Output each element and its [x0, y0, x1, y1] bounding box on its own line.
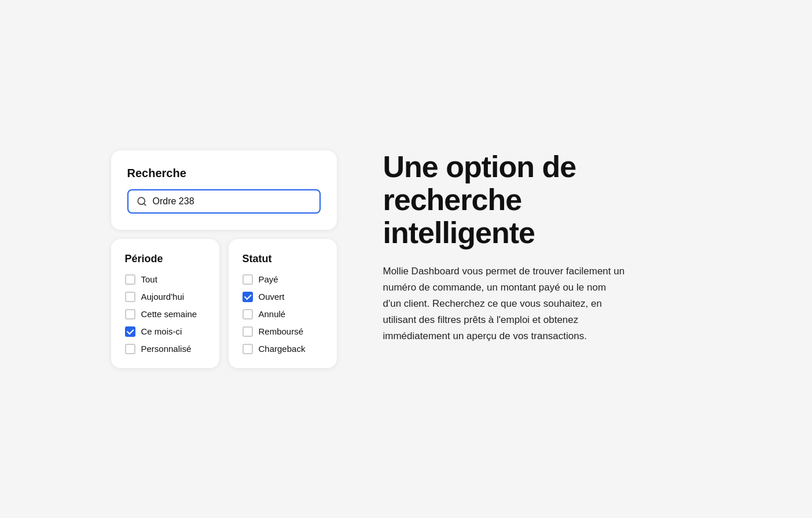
checkbox-cette-semaine[interactable] [125, 309, 135, 319]
statut-checkbox-list: Payé Ouvert Annulé Remboursé [243, 274, 323, 354]
checkbox-ouvert-label: Ouvert [259, 292, 285, 302]
checkbox-cette-semaine-label: Cette semaine [141, 309, 197, 319]
list-item[interactable]: Payé [243, 274, 323, 285]
checkbox-chargeback[interactable] [243, 344, 253, 354]
checkbox-ce-mois-ci-label: Ce mois-ci [141, 326, 182, 336]
checkbox-tout[interactable] [125, 274, 135, 285]
left-panel: Recherche Période Tout [111, 150, 337, 368]
search-input[interactable] [153, 196, 311, 207]
svg-line-1 [144, 203, 145, 205]
list-item[interactable]: Annulé [243, 309, 323, 319]
list-item[interactable]: Ouvert [243, 292, 323, 302]
list-item[interactable]: Chargeback [243, 344, 323, 354]
periode-card: Période Tout Aujourd'hui Cette semaine [111, 239, 219, 368]
checkbox-tout-label: Tout [141, 274, 157, 284]
list-item[interactable]: Ce mois-ci [125, 326, 205, 337]
checkbox-paye-label: Payé [259, 274, 278, 284]
periode-checkbox-list: Tout Aujourd'hui Cette semaine Ce mois-c… [125, 274, 205, 354]
checkbox-rembourse[interactable] [243, 326, 253, 337]
statut-title: Statut [243, 253, 323, 265]
statut-card: Statut Payé Ouvert Annulé [229, 239, 337, 368]
list-item[interactable]: Personnalisé [125, 344, 205, 354]
search-label: Recherche [127, 167, 321, 180]
checkbox-ouvert[interactable] [243, 292, 253, 302]
list-item[interactable]: Cette semaine [125, 309, 205, 319]
checkbox-aujourdhui[interactable] [125, 292, 135, 302]
checkbox-ce-mois-ci[interactable] [125, 326, 135, 337]
list-item[interactable]: Aujourd'hui [125, 292, 205, 302]
checkbox-personnalise-label: Personnalisé [141, 344, 192, 354]
checkbox-personnalise[interactable] [125, 344, 135, 354]
right-panel: Une option de recherche intelligente Mol… [383, 150, 626, 345]
checkbox-annule[interactable] [243, 309, 253, 319]
checkbox-chargeback-label: Chargeback [259, 344, 306, 354]
search-input-wrapper[interactable] [127, 189, 321, 214]
main-container: Recherche Période Tout [88, 127, 725, 391]
search-icon [137, 196, 147, 207]
filters-row: Période Tout Aujourd'hui Cette semaine [111, 239, 337, 368]
search-card: Recherche [111, 150, 337, 230]
periode-title: Période [125, 253, 205, 265]
checkbox-annule-label: Annulé [259, 309, 286, 319]
checkbox-rembourse-label: Remboursé [259, 326, 304, 336]
promo-headline: Une option de recherche intelligente [383, 150, 626, 250]
list-item[interactable]: Tout [125, 274, 205, 285]
checkbox-paye[interactable] [243, 274, 253, 285]
checkbox-aujourdhui-label: Aujourd'hui [141, 292, 185, 302]
promo-description: Mollie Dashboard vous permet de trouver … [383, 263, 626, 344]
list-item[interactable]: Remboursé [243, 326, 323, 337]
